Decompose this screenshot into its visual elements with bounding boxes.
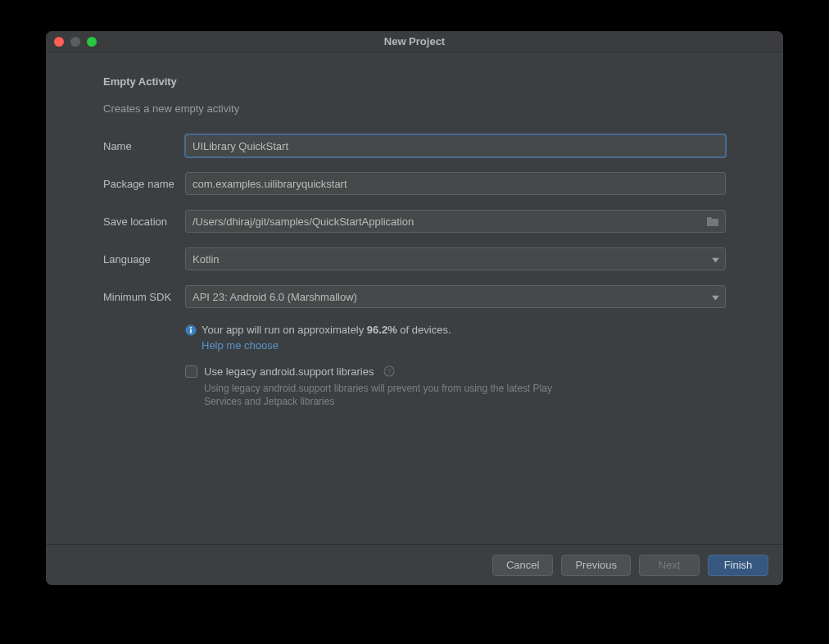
dialog-footer: Cancel Previous Next Finish <box>46 544 783 585</box>
row-language: Language Kotlin <box>103 247 726 270</box>
previous-button[interactable]: Previous <box>561 555 631 576</box>
chevron-down-icon <box>712 291 719 303</box>
language-value: Kotlin <box>193 253 220 265</box>
row-location: Save location <box>103 210 726 233</box>
help-me-choose-link[interactable]: Help me choose <box>202 339 279 351</box>
minsdk-value: API 23: Android 6.0 (Marshmallow) <box>193 291 357 303</box>
coverage-percent: 96.2% <box>367 324 397 336</box>
new-project-dialog: New Project Empty Activity Creates a new… <box>46 31 783 585</box>
package-label: Package name <box>103 178 185 190</box>
legacy-libs-hint: Using legacy android.support libraries w… <box>204 382 564 408</box>
cancel-button[interactable]: Cancel <box>492 555 553 576</box>
device-coverage-info: Your app will run on approximately 96.2%… <box>185 323 726 354</box>
row-package: Package name <box>103 172 726 195</box>
svg-text:?: ? <box>387 367 392 375</box>
page-title: Empty Activity <box>103 75 726 88</box>
chevron-down-icon <box>712 253 719 265</box>
browse-folder-icon[interactable] <box>706 215 719 227</box>
coverage-suffix: of devices. <box>397 324 451 336</box>
minsdk-select[interactable]: API 23: Android 6.0 (Marshmallow) <box>185 285 726 308</box>
svg-point-2 <box>190 327 192 329</box>
coverage-prefix: Your app will run on approximately <box>202 324 367 336</box>
row-name: Name <box>103 134 726 157</box>
name-label: Name <box>103 140 185 152</box>
location-label: Save location <box>103 215 185 228</box>
legacy-libs-checkbox[interactable] <box>185 365 197 378</box>
legacy-libs-label: Use legacy android.support libraries <box>204 365 374 378</box>
dialog-content: Empty Activity Creates a new empty activ… <box>46 52 783 544</box>
svg-rect-1 <box>190 329 192 333</box>
package-input[interactable] <box>185 172 726 195</box>
minsdk-label: Minimum SDK <box>103 291 185 303</box>
next-button[interactable]: Next <box>639 555 700 576</box>
info-icon <box>185 324 197 336</box>
page-subtitle: Creates a new empty activity <box>103 102 726 115</box>
location-input[interactable] <box>185 210 726 233</box>
row-minsdk: Minimum SDK API 23: Android 6.0 (Marshma… <box>103 285 726 308</box>
help-icon[interactable]: ? <box>383 365 395 377</box>
maximize-window-icon[interactable] <box>87 37 97 47</box>
minimize-window-icon[interactable] <box>70 37 80 47</box>
titlebar: New Project <box>46 31 783 52</box>
legacy-libs-block: Use legacy android.support libraries ? U… <box>185 365 726 408</box>
window-controls <box>46 37 97 47</box>
close-window-icon[interactable] <box>54 37 64 47</box>
name-input[interactable] <box>185 134 726 157</box>
finish-button[interactable]: Finish <box>708 555 768 576</box>
window-title: New Project <box>46 35 783 48</box>
language-select[interactable]: Kotlin <box>185 247 726 270</box>
language-label: Language <box>103 253 185 265</box>
